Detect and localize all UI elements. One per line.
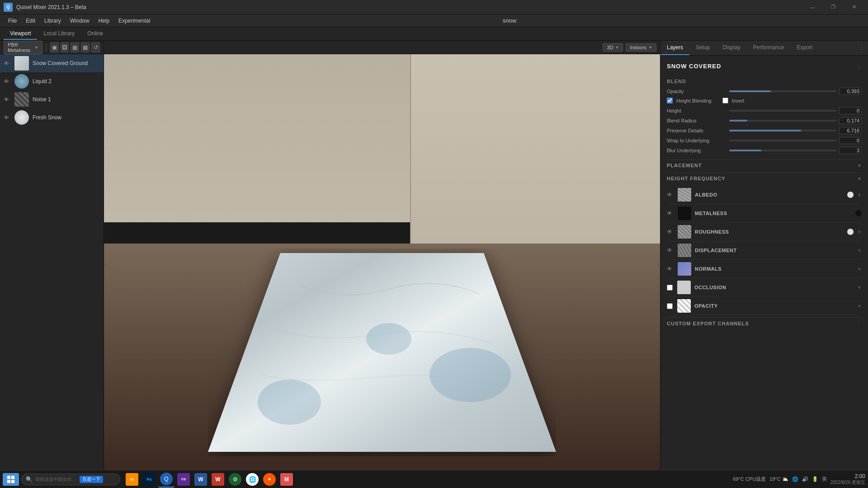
opacity-slider[interactable] [729, 90, 836, 92]
height-label: Height [667, 108, 726, 113]
menu-library[interactable]: Library [40, 16, 66, 26]
minimize-button[interactable]: — [802, 0, 823, 14]
height-slider[interactable] [729, 110, 836, 112]
occlusion-checkbox[interactable] [667, 285, 673, 291]
channel-roughness[interactable]: 👁 ROUGHNESS ▼ [667, 223, 862, 241]
wrap-underlying-value[interactable]: 0 [839, 137, 862, 144]
taskbar-app-word[interactable]: W [193, 471, 209, 488]
channel-arrow-normals[interactable]: ▼ [857, 267, 862, 272]
grid4-btn[interactable]: ▦ [71, 42, 79, 52]
tab-online[interactable]: Online [81, 28, 109, 40]
menu-help[interactable]: Help [94, 16, 114, 26]
blur-underlying-row: Blur Underlying 3 [667, 147, 862, 154]
channel-arrow-albedo[interactable]: ▼ [857, 192, 862, 197]
menu-file[interactable]: File [4, 16, 21, 26]
layer-eye-snow[interactable]: 👁 [4, 60, 11, 67]
grid9-btn[interactable]: ▩ [81, 42, 90, 52]
blend-radius-value[interactable]: 0.174 [839, 117, 862, 124]
layer-name-fresh: Fresh Snow [33, 114, 61, 121]
start-button[interactable] [3, 473, 19, 486]
viewport-left-arrow[interactable]: ‹ [105, 261, 107, 268]
channel-metalness[interactable]: 👁 METALNESS [667, 204, 862, 223]
refresh-btn[interactable]: ↺ [91, 42, 100, 52]
right-tab-display[interactable]: Display [716, 41, 746, 55]
layer-eye-liquid[interactable]: 👁 [4, 78, 11, 85]
blend-radius-slider[interactable] [729, 120, 836, 122]
right-panel-more[interactable]: ⋮ [855, 41, 868, 55]
opacity-channel-checkbox[interactable] [667, 303, 673, 309]
channel-eye-roughness[interactable]: 👁 [667, 229, 674, 235]
placement-section-header[interactable]: PLACEMENT ▼ [667, 160, 862, 171]
channel-eye-normals[interactable]: 👁 [667, 266, 674, 272]
channel-arrow-occlusion[interactable]: ▼ [857, 285, 862, 290]
layer-item-liquid2[interactable]: 👁 Liquid 2 [0, 72, 104, 90]
layer-name-noise: Noise 1 [33, 96, 51, 103]
viewport[interactable]: ‹ › [104, 54, 660, 474]
right-tab-layers[interactable]: Layers [660, 41, 689, 55]
search-btn[interactable]: 百度一下 [80, 476, 103, 483]
tab-local-library[interactable]: Local Library [37, 28, 81, 40]
menu-window[interactable]: Window [66, 16, 94, 26]
height-freq-section-header[interactable]: HEIGHT FREQUENCY ▼ [667, 173, 862, 184]
taskbar-app-vs[interactable]: VS [175, 471, 192, 488]
taskbar-app-quixel[interactable]: Q [158, 471, 175, 488]
opacity-value[interactable]: 0.393 [839, 88, 862, 95]
layer-eye-fresh[interactable]: 👁 [4, 114, 11, 121]
taskbar-app-misc1[interactable]: ✦ [261, 471, 278, 488]
document-title: snow [155, 17, 864, 24]
layer-item-fresh-snow[interactable]: 👁 Fresh Snow [0, 108, 104, 127]
taskbar-app-misc2[interactable]: M [278, 471, 295, 488]
invert-checkbox[interactable] [722, 98, 728, 103]
channel-opacity[interactable]: OPACITY ▼ [667, 297, 862, 315]
tab-viewport[interactable]: Viewport [4, 28, 37, 40]
blur-underlying-fill [729, 150, 761, 151]
taskbar-app-settings[interactable]: ⚙ [227, 471, 243, 488]
image-btn[interactable]: 🖼 [61, 42, 69, 52]
channel-arrow-displacement[interactable]: ▼ [857, 248, 862, 253]
layer-name-snow: Snow Covered Ground [33, 60, 88, 66]
height-blending-checkbox[interactable] [667, 98, 673, 103]
layer-eye-noise[interactable]: 👁 [4, 96, 11, 103]
right-tab-performance[interactable]: Performance [747, 41, 791, 55]
layer-item-noise1[interactable]: 👁 Noise 1 [0, 90, 104, 108]
channel-arrow-roughness[interactable]: ▼ [857, 230, 862, 235]
channel-eye-displacement[interactable]: 👁 [667, 247, 674, 253]
close-button[interactable]: ✕ [844, 0, 864, 14]
blur-underlying-slider[interactable] [729, 150, 836, 151]
viewport-right-arrow[interactable]: › [657, 261, 659, 268]
view-3d-dropdown[interactable]: 3D ▼ [603, 43, 623, 52]
blur-underlying-value[interactable]: 3 [839, 147, 862, 154]
channel-occlusion[interactable]: OCCLUSION ▼ [667, 278, 862, 297]
taskbar-app-chrome[interactable]: 🌐 [244, 471, 260, 488]
taskbar-app-illustrator[interactable]: Ai [124, 471, 140, 488]
preserve-details-slider[interactable] [729, 130, 836, 131]
menu-experimental[interactable]: Experimental [114, 16, 155, 26]
channel-arrow-opacity[interactable]: ▼ [857, 304, 862, 309]
taskbar-search[interactable]: 🔍 胡摇进放中国女排... 百度一下 [21, 474, 120, 485]
window-controls: — ❐ ✕ [802, 0, 864, 14]
custom-export-header[interactable]: CUSTOM EXPORT CHANNELS ⋮ [667, 317, 862, 329]
height-value[interactable]: 0 [839, 107, 862, 114]
layer-item-snow-covered[interactable]: 👁 Snow Covered Ground [0, 54, 104, 72]
menu-edit[interactable]: Edit [21, 16, 40, 26]
channel-eye-metalness[interactable]: 👁 [667, 210, 674, 216]
env-dropdown[interactable]: Indoors ▼ [626, 43, 656, 52]
shape-btn[interactable]: ▣ [50, 42, 59, 52]
shader-dropdown[interactable]: PBR Metalness ▼ [4, 41, 42, 54]
taskbar-app-photoshop[interactable]: Ps [141, 471, 157, 488]
right-tab-setup[interactable]: Setup [689, 41, 716, 55]
section-options[interactable]: ⋮ [856, 64, 862, 70]
channel-displacement[interactable]: 👁 DISPLACEMENT ▼ [667, 241, 862, 260]
taskbar-app-word2[interactable]: W [210, 471, 226, 488]
maximize-button[interactable]: ❐ [823, 0, 844, 14]
taskbar-time: 2:00 2022/8/26 星期五 [830, 473, 865, 486]
channel-albedo[interactable]: 👁 ALBEDO ▼ [667, 186, 862, 204]
channel-eye-albedo[interactable]: 👁 [667, 192, 674, 198]
preserve-details-value[interactable]: 6.716 [839, 127, 862, 134]
wrap-underlying-slider[interactable] [729, 140, 836, 141]
right-tab-export[interactable]: Export [790, 41, 819, 55]
channel-name-displacement: DISPLACEMENT [695, 248, 854, 253]
channel-normals[interactable]: 👁 NORMALS ▼ [667, 260, 862, 278]
viewport-top-bar: 3D ▼ Indoors ▼ [104, 41, 660, 54]
custom-export-options[interactable]: ⋮ [857, 320, 862, 326]
